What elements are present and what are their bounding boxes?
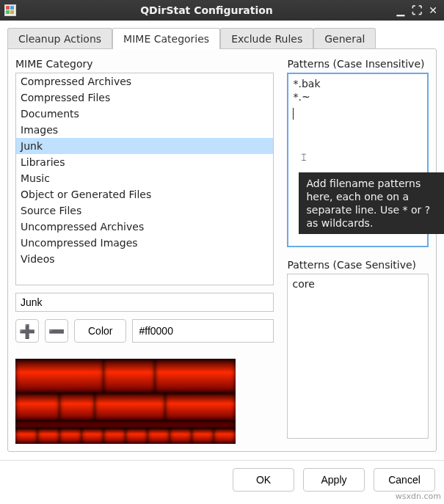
plus-icon: ➕ <box>19 324 35 339</box>
svg-rect-1 <box>10 6 14 10</box>
patterns-tooltip: Add filename patterns here, each one on … <box>299 172 444 234</box>
color-button[interactable]: Color <box>74 319 126 343</box>
list-item[interactable]: Uncompressed Images <box>16 235 273 251</box>
list-item[interactable]: Uncompressed Archives <box>16 219 273 235</box>
list-item[interactable]: Source Files <box>16 202 273 219</box>
tab-panel: MIME Category Compressed ArchivesCompres… <box>7 48 437 452</box>
title-bar: QDirStat Configuration ▁ ⛶ ✕ <box>0 0 444 21</box>
svg-rect-0 <box>6 6 10 10</box>
patterns-insensitive-text: *.bak *.~ <box>288 74 427 106</box>
text-caret <box>293 108 294 120</box>
tab-cleanup-actions[interactable]: Cleanup Actions <box>7 28 112 49</box>
patterns-sensitive-text: core <box>288 274 428 293</box>
svg-rect-2 <box>6 10 10 14</box>
maximize-icon[interactable]: ⛶ <box>410 4 423 17</box>
minus-icon: ➖ <box>48 324 65 339</box>
patterns-insensitive-heading: Patterns (Case Insensitive) <box>287 58 429 70</box>
mime-category-heading: MIME Category <box>15 58 274 70</box>
patterns-sensitive-heading: Patterns (Case Sensitive) <box>287 259 429 271</box>
patterns-sensitive-input[interactable]: core <box>287 274 429 439</box>
list-item[interactable]: Documents <box>16 106 273 122</box>
apply-button[interactable]: Apply <box>303 468 365 492</box>
watermark: wsxdn.com <box>396 492 441 501</box>
list-item[interactable]: Music <box>16 170 273 186</box>
tab-bar: Cleanup Actions MIME Categories Exclude … <box>7 28 437 49</box>
tab-exclude-rules[interactable]: Exclude Rules <box>220 28 313 49</box>
tab-mime-categories[interactable]: MIME Categories <box>112 28 220 49</box>
list-item[interactable]: Object or Generated Files <box>16 186 273 202</box>
list-item[interactable]: Videos <box>16 251 273 267</box>
list-item[interactable]: Junk <box>16 138 273 154</box>
dialog-button-bar: OK Apply Cancel <box>0 460 444 502</box>
ok-button[interactable]: OK <box>233 468 294 492</box>
category-name-input[interactable] <box>15 293 274 312</box>
cancel-button[interactable]: Cancel <box>374 468 435 492</box>
svg-rect-3 <box>10 10 14 14</box>
add-category-button[interactable]: ➕ <box>15 319 39 343</box>
category-list[interactable]: Compressed ArchivesCompressed FilesDocum… <box>15 73 274 285</box>
close-icon[interactable]: ✕ <box>426 4 440 17</box>
text-cursor-icon: 𝙸 <box>300 152 307 164</box>
color-preview <box>15 359 236 444</box>
app-icon <box>4 4 16 16</box>
list-item[interactable]: Compressed Files <box>16 90 273 106</box>
remove-category-button[interactable]: ➖ <box>45 319 68 343</box>
list-item[interactable]: Libraries <box>16 154 273 170</box>
tab-general[interactable]: General <box>313 28 376 49</box>
patterns-insensitive-input[interactable]: *.bak *.~ 𝙸 Add filename patterns here, … <box>287 73 429 247</box>
minimize-icon[interactable]: ▁ <box>394 4 407 17</box>
window-title: QDirStat Configuration <box>22 4 391 16</box>
color-value-input[interactable] <box>132 319 274 343</box>
list-item[interactable]: Images <box>16 122 273 138</box>
list-item[interactable]: Compressed Archives <box>16 73 273 90</box>
